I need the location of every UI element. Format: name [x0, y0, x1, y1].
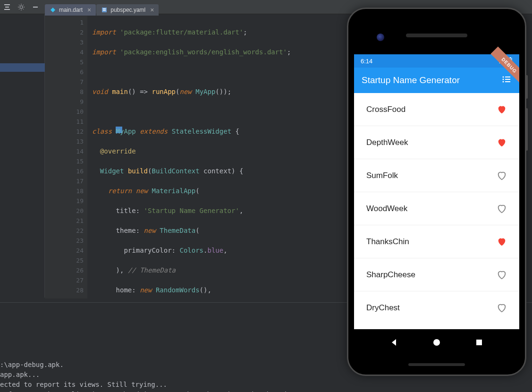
heart-outline-icon[interactable] — [497, 170, 507, 181]
minimize-icon[interactable] — [28, 0, 42, 14]
app-title: Startup Name Generator — [362, 75, 460, 85]
android-navbar — [354, 329, 519, 356]
status-time: 6:14 — [361, 58, 372, 65]
heart-icon[interactable] — [497, 237, 507, 247]
emulator-frame: 6:14 DEBUG Startup Name Generator CrossF… — [347, 8, 526, 376]
list-item[interactable]: CrossFood — [354, 93, 519, 126]
gutter-num: 19 — [45, 196, 84, 206]
gutter-num: 4 — [45, 47, 84, 57]
heart-icon[interactable] — [497, 104, 507, 115]
heart-outline-icon[interactable] — [497, 270, 507, 280]
gutter-num: 26 — [45, 265, 84, 275]
gutter-num: 24 — [45, 246, 84, 256]
gutter-num: 11 — [45, 117, 84, 127]
gutter-num: 2 — [45, 27, 84, 37]
list-item[interactable]: SharpCheese — [354, 258, 519, 291]
tab-pubspec-yaml[interactable]: pubspec.yaml × — [96, 4, 159, 16]
dart-file-icon — [50, 7, 56, 13]
svg-point-0 — [20, 6, 23, 9]
home-indicator — [408, 363, 465, 366]
power-button[interactable] — [526, 75, 528, 99]
item-name: DepthWeek — [366, 138, 408, 147]
camera-icon — [377, 34, 384, 41]
gutter-num: 14 — [45, 146, 84, 156]
gutter-num: 16 — [45, 166, 84, 176]
item-name: SharpCheese — [366, 270, 415, 280]
gutter-num: 1 — [45, 17, 84, 27]
selected-tree-item — [0, 63, 45, 72]
svg-point-11 — [503, 81, 504, 83]
svg-point-7 — [503, 77, 504, 78]
gutter-num: 8 — [45, 87, 84, 97]
editor-tabs: main.dart × pubspec.yaml × — [45, 4, 159, 16]
close-icon[interactable]: × — [87, 6, 91, 14]
svg-rect-6 — [510, 57, 511, 58]
recents-button[interactable] — [474, 338, 484, 347]
gutter-num: 3 — [45, 37, 84, 47]
gutter-num: 13 — [45, 136, 84, 146]
gutter-num: 27 — [45, 275, 84, 285]
item-name: WoodWeek — [366, 204, 407, 213]
gutter-num: 12 — [45, 127, 84, 136]
list-view[interactable]: CrossFood DepthWeek SumFolk WoodWeek Tha… — [354, 93, 519, 329]
gutter-num: 18 — [45, 186, 84, 196]
item-name: DryChest — [366, 303, 400, 313]
back-button[interactable] — [389, 338, 399, 347]
gutter-num: 28 — [45, 285, 84, 295]
svg-rect-3 — [103, 10, 106, 11]
tab-main-dart[interactable]: main.dart × — [45, 4, 96, 16]
gutter-num: 9 — [45, 97, 84, 107]
gutter-num: 7 — [45, 77, 84, 87]
gear-icon[interactable] — [14, 0, 28, 14]
gutter-num: 20 — [45, 206, 84, 216]
svg-point-9 — [503, 79, 504, 80]
gutter-num: 6 — [45, 67, 84, 77]
tab-label: main.dart — [59, 7, 83, 13]
heart-icon[interactable] — [497, 137, 507, 148]
gutter-num: 5 — [45, 57, 84, 67]
editor-gutter[interactable]: 1 2 3 4 5 6 7 8 9 10 11 12 13 14 15 16 1… — [45, 16, 87, 298]
heart-outline-icon[interactable] — [497, 204, 507, 214]
svg-rect-14 — [476, 340, 482, 345]
list-item[interactable]: WoodWeek — [354, 192, 519, 225]
gutter-num: 17 — [45, 176, 84, 186]
phone-bezel — [354, 15, 519, 54]
tab-label: pubspec.yaml — [110, 7, 145, 13]
gutter-num: 10 — [45, 107, 84, 117]
layout-icon[interactable] — [0, 0, 14, 14]
gutter-num: 21 — [45, 216, 84, 226]
item-name: SumFolk — [366, 171, 398, 180]
yaml-file-icon — [101, 7, 108, 13]
svg-rect-10 — [505, 79, 510, 80]
speaker-grill — [406, 34, 467, 37]
item-name: ThanksChin — [366, 237, 409, 247]
list-item[interactable]: ThanksChin — [354, 225, 519, 258]
list-item[interactable]: DryChest — [354, 291, 519, 324]
svg-rect-12 — [505, 81, 510, 82]
close-icon[interactable]: × — [150, 6, 154, 14]
gutter-num: 15 — [45, 156, 84, 166]
svg-rect-2 — [103, 9, 106, 9]
project-panel[interactable] — [0, 14, 45, 298]
home-button[interactable] — [432, 338, 441, 347]
gutter-num: 22 — [45, 226, 84, 236]
volume-button[interactable] — [526, 108, 528, 151]
app-bar: DEBUG Startup Name Generator — [354, 68, 519, 93]
code-content[interactable]: import 'package:flutter/material.dart'; … — [92, 16, 295, 298]
list-item[interactable]: DepthWeek — [354, 126, 519, 159]
list-icon[interactable] — [501, 74, 512, 86]
gutter-num: 23 — [45, 236, 84, 246]
item-name: CrossFood — [366, 105, 405, 114]
heart-outline-icon[interactable] — [497, 303, 507, 313]
svg-point-13 — [433, 339, 440, 346]
gutter-num: 25 — [45, 256, 84, 265]
svg-rect-8 — [505, 77, 510, 77]
list-item[interactable]: SumFolk — [354, 159, 519, 192]
